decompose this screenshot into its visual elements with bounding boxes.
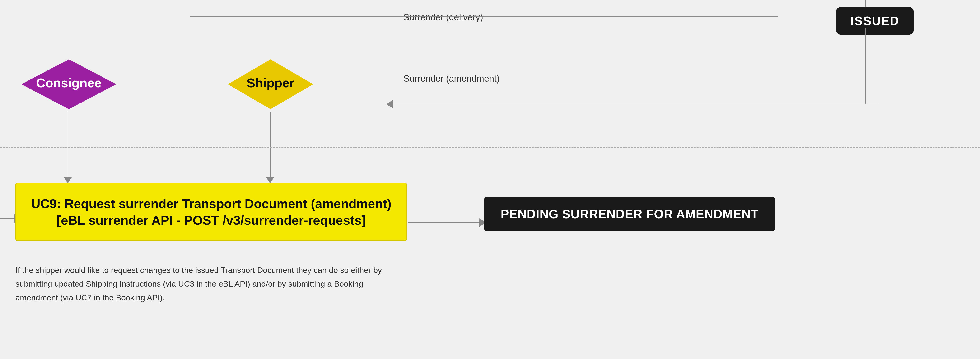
consignee-diamond: Consignee	[19, 57, 119, 111]
diagram-container: ISSUED Surrender (delivery) Surrender (a…	[0, 0, 980, 359]
uc9-entry-line	[0, 218, 14, 219]
surrender-delivery-line	[190, 16, 778, 17]
surrender-amendment-label: Surrender (amendment)	[403, 73, 500, 84]
issued-vertical-line	[865, 29, 866, 105]
amendment-arrow-left	[386, 100, 393, 108]
uc9-pending-line	[408, 222, 479, 223]
dashed-separator-line	[0, 147, 980, 148]
uc9-box: UC9: Request surrender Transport Documen…	[16, 183, 407, 241]
surrender-delivery-label: Surrender (delivery)	[403, 12, 483, 22]
consignee-down-line	[68, 111, 68, 178]
shipper-down-arrow	[266, 177, 274, 183]
uc9-to-pending-arrow	[408, 218, 486, 227]
shipper-down-line	[270, 111, 270, 178]
shipper-diamond: Shipper	[226, 57, 316, 111]
uc9-line2: [eBL surrender API - POST /v3/surrender-…	[30, 212, 392, 229]
pending-label: PENDING SURRENDER FOR AMENDMENT	[501, 207, 758, 221]
shipper-text: Shipper	[247, 76, 294, 90]
consignee-down-arrow	[64, 177, 72, 183]
pending-box: PENDING SURRENDER FOR AMENDMENT	[484, 197, 775, 231]
uc9-title: UC9: Request surrender Transport Documen…	[30, 195, 392, 229]
issued-box: ISSUED	[836, 7, 913, 35]
issued-label: ISSUED	[850, 14, 899, 28]
surrender-amendment-line	[391, 104, 878, 105]
uc9-line1: UC9: Request surrender Transport Documen…	[30, 195, 392, 212]
description-text: If the shipper would like to request cha…	[16, 264, 400, 304]
description-paragraph: If the shipper would like to request cha…	[16, 264, 400, 304]
consignee-text: Consignee	[36, 76, 102, 90]
